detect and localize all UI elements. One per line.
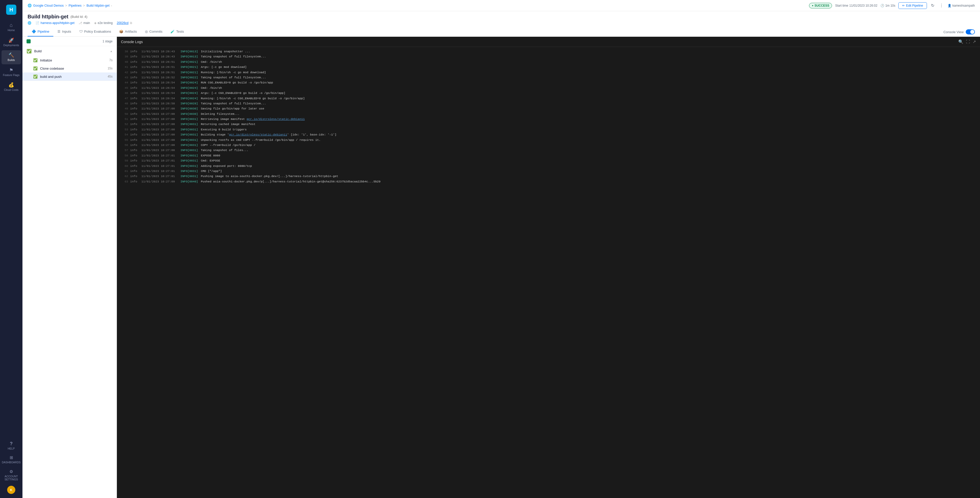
tab-commits[interactable]: ◎ Commits bbox=[141, 27, 166, 37]
feature-flags-icon: ⚑ bbox=[9, 68, 13, 72]
log-message: Cmd: /bin/sh bbox=[199, 60, 222, 64]
log-line: 51info11/01/2023 10:27:00INFO[0031] Retr… bbox=[117, 116, 980, 122]
log-num: 45 bbox=[120, 86, 128, 90]
page-meta-repo: 📄 harness-apps/httpbin-get bbox=[35, 21, 75, 25]
log-line: 62info11/01/2023 10:27:01INFO[0031] Push… bbox=[117, 174, 980, 179]
build-id: (Build Id: 4) bbox=[70, 15, 87, 19]
sidebar-item-label: ACCOUNT SETTINGS bbox=[2, 475, 21, 481]
log-level: info bbox=[130, 138, 139, 142]
log-tag: INFO[0030] bbox=[180, 107, 198, 111]
log-tag: INFO[0024] bbox=[180, 91, 198, 95]
build-step: ✅ Build ▲ ✅ Initialize 7s ✅ Clone codeba… bbox=[22, 46, 117, 81]
account-settings-icon: ⚙ bbox=[10, 470, 13, 474]
log-link[interactable]: gcr.io/distroless/static-debian11 bbox=[247, 117, 305, 121]
log-num: 53 bbox=[120, 127, 128, 132]
sidebar-item-help[interactable]: ? HELP bbox=[1, 439, 22, 453]
console-view-toggle[interactable] bbox=[966, 29, 975, 35]
build-step-header[interactable]: ✅ Build ▲ bbox=[22, 46, 117, 56]
tab-right: Console View bbox=[943, 29, 975, 35]
initialize-step-name: Initialize bbox=[40, 59, 107, 62]
console-expand-button[interactable]: ⛶ bbox=[966, 39, 970, 44]
log-message: EXPOSE 8080 bbox=[199, 153, 220, 158]
log-line: 57info11/01/2023 10:27:00INFO[0031] Taki… bbox=[117, 148, 980, 153]
commits-tab-icon: ◎ bbox=[145, 30, 148, 33]
log-link[interactable]: gcr.io/distroless/static-debian11 bbox=[229, 133, 287, 136]
log-message: Taking snapshot of full filesystem... bbox=[199, 75, 266, 80]
log-message: Running: [/bin/sh -c go mod download] bbox=[199, 70, 266, 75]
artifacts-tab-icon: 📦 bbox=[119, 30, 123, 33]
sidebar-item-dashboards[interactable]: ⊞ DASHBOARDS bbox=[1, 453, 22, 467]
log-num: 57 bbox=[120, 148, 128, 153]
user-icon: 👤 bbox=[948, 4, 951, 7]
log-tag: INFO[0021] bbox=[180, 70, 198, 75]
breadcrumb-current[interactable]: Build httpbin-get bbox=[86, 4, 110, 7]
log-time: 11/01/2023 10:26:54 bbox=[142, 96, 178, 101]
sub-step-clone[interactable]: ✅ Clone codebase 15s bbox=[22, 64, 117, 72]
log-tag: INFO[0021] bbox=[180, 60, 198, 64]
log-line: 42info11/01/2023 10:26:51INFO[0021] Runn… bbox=[117, 70, 980, 75]
log-num: 56 bbox=[120, 143, 128, 148]
breadcrumb-org[interactable]: Google Cloud Demos bbox=[33, 4, 64, 7]
console-external-button[interactable]: ↗ bbox=[973, 39, 976, 44]
tab-pipeline[interactable]: 🔷 Pipeline bbox=[27, 27, 53, 37]
edit-pipeline-button[interactable]: ✏ Edit Pipeline bbox=[898, 2, 927, 9]
sidebar-item-cloud-costs[interactable]: 💰 Cloud Costs bbox=[2, 80, 21, 94]
log-message: Unpacking rootfs as cmd COPY --from=buil… bbox=[199, 138, 321, 142]
log-level: info bbox=[130, 127, 139, 132]
log-num: 46 bbox=[120, 91, 128, 95]
log-message: Args: [-c CGO_ENABLED=0 go build -o /go/… bbox=[199, 91, 285, 95]
log-time: 11/01/2023 10:26:54 bbox=[142, 91, 178, 95]
more-options-button[interactable]: ⋮ bbox=[939, 2, 945, 9]
log-level: info bbox=[130, 80, 139, 85]
sidebar-item-builds[interactable]: 🔨 Builds bbox=[2, 50, 21, 64]
clock-icon: 🕐 bbox=[880, 4, 884, 7]
tab-tests[interactable]: 🧪 Tests bbox=[166, 27, 188, 37]
pipeline-tab-icon: 🔷 bbox=[32, 29, 36, 33]
tab-artifacts[interactable]: 📦 Artifacts bbox=[115, 27, 141, 37]
log-num: 52 bbox=[120, 122, 128, 127]
initialize-duration: 7s bbox=[109, 59, 113, 62]
tab-policy-evaluations[interactable]: 🛡 Policy Evaluations bbox=[75, 27, 115, 37]
breadcrumb-pipelines[interactable]: Pipelines bbox=[68, 4, 82, 7]
policy-tab-icon: 🛡 bbox=[80, 30, 83, 33]
log-time: 11/01/2023 10:27:00 bbox=[142, 117, 178, 121]
log-time: 11/01/2023 10:26:43 bbox=[142, 49, 178, 54]
commit-hash[interactable]: 20026cd bbox=[117, 21, 128, 25]
log-num: 38 bbox=[120, 49, 128, 54]
sidebar-item-home[interactable]: ⌂ Home bbox=[2, 20, 21, 35]
sidebar-item-label: DASHBOARDS bbox=[2, 461, 21, 464]
console-search-button[interactable]: 🔍 bbox=[958, 39, 963, 44]
topbar: 🌐 Google Cloud Demos > Pipelines > Build… bbox=[22, 0, 980, 11]
copy-icon[interactable]: ⧉ bbox=[130, 21, 132, 25]
log-message: Saving file go/bin/app for later use bbox=[199, 107, 264, 111]
sidebar-item-feature-flags[interactable]: ⚑ Feature Flags bbox=[2, 65, 21, 80]
build-success-icon: ✅ bbox=[27, 49, 32, 54]
sidebar-item-account-settings[interactable]: ⚙ ACCOUNT SETTINGS bbox=[1, 467, 22, 484]
tab-inputs[interactable]: ☰ Inputs bbox=[53, 27, 75, 37]
console-body[interactable]: 38info11/01/2023 10:26:43INFO[0013] Init… bbox=[117, 47, 980, 498]
log-num: 43 bbox=[120, 75, 128, 80]
log-level: info bbox=[130, 107, 139, 111]
sub-step-build-push[interactable]: ✅ build and push 45s bbox=[22, 72, 117, 81]
log-message: Taking snapshot of full filesystem... bbox=[199, 101, 266, 106]
log-tag: INFO[0024] bbox=[180, 80, 198, 85]
log-num: 44 bbox=[120, 80, 128, 85]
log-message: Pushing image to asia-south1-docker.pkg.… bbox=[199, 174, 338, 178]
avatar[interactable]: K bbox=[7, 486, 15, 494]
log-level: info bbox=[130, 75, 139, 80]
log-time: 11/01/2023 10:27:01 bbox=[142, 174, 178, 178]
log-num: 41 bbox=[120, 65, 128, 69]
sub-step-initialize[interactable]: ✅ Initialize 7s bbox=[22, 56, 117, 64]
sidebar-item-deployments[interactable]: 🚀 Deployments bbox=[2, 35, 21, 49]
page-meta-trigger: ◈ e2e testing bbox=[94, 21, 113, 25]
refresh-button[interactable]: ↻ bbox=[930, 2, 935, 9]
log-line: 48info11/01/2023 10:26:58INFO[0028] Taki… bbox=[117, 101, 980, 106]
repo-link[interactable]: harness-apps/httpbin-get bbox=[41, 21, 75, 25]
log-tag: INFO[0031] bbox=[180, 122, 198, 127]
sidebar: H ⌂ Home 🚀 Deployments 🔨 Builds ⚑ Featur… bbox=[0, 0, 22, 498]
log-num: 47 bbox=[120, 96, 128, 101]
cloud-costs-icon: 💰 bbox=[8, 83, 14, 87]
log-num: 62 bbox=[120, 174, 128, 178]
sidebar-item-label: Home bbox=[8, 29, 15, 32]
pipeline-panel: 1 stage ✅ Build ▲ ✅ Initialize 7s ✅ Clon… bbox=[22, 37, 117, 498]
